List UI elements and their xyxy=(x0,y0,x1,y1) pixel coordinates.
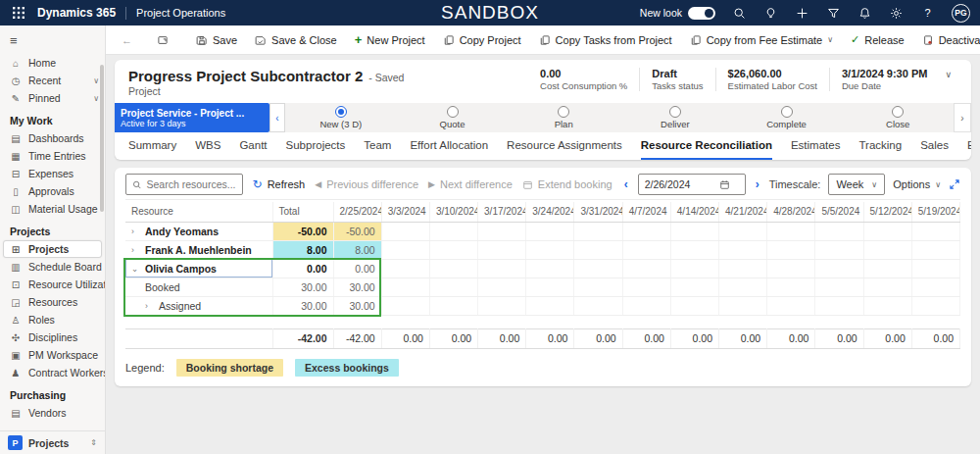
tab-effort-allocation[interactable]: Effort Allocation xyxy=(410,139,488,160)
grid-cell[interactable] xyxy=(815,277,863,296)
tab-sales[interactable]: Sales xyxy=(920,139,949,160)
expand-form-button[interactable] xyxy=(150,31,175,49)
sidebar-item-resources[interactable]: ◲Resources xyxy=(0,293,105,311)
grid-cell[interactable] xyxy=(670,259,718,277)
grid-cell[interactable] xyxy=(381,277,429,296)
grid-cell[interactable] xyxy=(574,277,622,296)
bpf-collapse-chevron-icon[interactable]: ‹ xyxy=(270,103,285,132)
chevron-down-icon[interactable]: ∨ xyxy=(93,76,99,85)
grid-cell[interactable] xyxy=(622,222,670,240)
week-cell[interactable]: 0.00 xyxy=(333,259,381,277)
column-header-week[interactable]: 4/21/2024 xyxy=(719,202,767,222)
grid-cell[interactable] xyxy=(574,259,622,277)
grid-cell[interactable] xyxy=(526,296,574,315)
grid-cell[interactable] xyxy=(863,277,911,296)
sidebar-item-recent[interactable]: ◷Recent∨ xyxy=(0,72,105,89)
grid-cell[interactable] xyxy=(815,296,863,315)
grid-cell[interactable] xyxy=(574,240,622,259)
new-look-toggle[interactable] xyxy=(688,7,715,20)
sidebar-item-expenses[interactable]: ⊟Expenses xyxy=(0,165,105,182)
grid-cell[interactable] xyxy=(911,259,959,277)
tab-wbs[interactable]: WBS xyxy=(195,139,220,160)
week-cell[interactable]: 30.00 xyxy=(333,296,381,315)
expand-chevron-icon[interactable]: › xyxy=(131,227,140,236)
total-cell[interactable]: -50.00 xyxy=(272,222,333,240)
column-header-week[interactable]: 4/28/2024 xyxy=(767,202,815,222)
app-title[interactable]: Dynamics 365 xyxy=(37,6,116,20)
sidebar-item-pm-workspace[interactable]: ▣PM Workspace xyxy=(0,346,105,364)
grid-cell[interactable] xyxy=(478,277,526,296)
bpf-stage-close[interactable]: Close xyxy=(842,106,954,129)
sidebar-item-vendors[interactable]: ▤Vendors xyxy=(0,404,105,422)
previous-difference-button[interactable]: ◀Previous difference xyxy=(315,178,418,190)
previous-period-chevron-icon[interactable]: ‹ xyxy=(622,177,630,191)
notifications-bell-icon[interactable] xyxy=(858,6,872,21)
column-header-week[interactable]: 4/14/2024 xyxy=(670,202,718,222)
grid-cell[interactable] xyxy=(815,240,863,259)
sidebar-item-approvals[interactable]: ▯Approvals xyxy=(0,182,105,200)
sidebar-item-contract-workers[interactable]: ♟Contract Workers xyxy=(0,364,105,381)
new-project-button[interactable]: +New Project xyxy=(348,29,432,50)
next-difference-button[interactable]: ▶Next difference xyxy=(428,178,513,190)
grid-cell[interactable] xyxy=(911,222,959,240)
filter-icon[interactable] xyxy=(826,6,841,21)
grid-cell[interactable] xyxy=(574,222,622,240)
bpf-stage-quote[interactable]: Quote xyxy=(397,106,509,129)
grid-cell[interactable] xyxy=(429,259,477,277)
total-cell[interactable]: 30.00 xyxy=(272,277,333,296)
tab-team[interactable]: Team xyxy=(364,139,391,160)
help-icon[interactable]: ? xyxy=(920,6,935,21)
grid-cell[interactable] xyxy=(767,222,815,240)
extend-booking-button[interactable]: Extend booking xyxy=(522,178,612,190)
grid-cell[interactable] xyxy=(767,240,815,259)
grid-cell[interactable] xyxy=(478,222,526,240)
tab-estimates[interactable]: Estimates xyxy=(791,139,841,160)
total-cell[interactable]: 8.00 xyxy=(272,240,333,259)
week-cell[interactable]: 8.00 xyxy=(333,240,381,259)
copy-tasks-from-project-button[interactable]: Copy Tasks from Project xyxy=(532,31,679,49)
grid-cell[interactable] xyxy=(719,222,767,240)
table-row-olivia-campos[interactable]: ⌄Olivia Campos 0.00 0.00 xyxy=(125,259,960,277)
tab-summary[interactable]: Summary xyxy=(128,139,176,160)
area-switcher-updown-icon[interactable]: ⇕ xyxy=(90,438,97,447)
grid-cell[interactable] xyxy=(429,277,477,296)
grid-cell[interactable] xyxy=(767,296,815,315)
sidebar-hamburger-icon[interactable]: ≡ xyxy=(0,29,105,54)
waffle-menu-icon[interactable] xyxy=(10,4,27,22)
table-row-assigned[interactable]: ›Assigned 30.00 30.00 xyxy=(125,296,960,315)
search-icon[interactable] xyxy=(732,6,747,21)
grid-cell[interactable] xyxy=(719,296,767,315)
sidebar-item-projects[interactable]: ⊞Projects xyxy=(3,240,102,258)
expand-chevron-icon[interactable]: › xyxy=(131,245,140,255)
column-header-resource[interactable]: Resource xyxy=(125,202,272,222)
copy-from-fee-estimate-button[interactable]: Copy from Fee Estimate∨ xyxy=(683,31,840,49)
grid-cell[interactable] xyxy=(719,240,767,259)
grid-cell[interactable] xyxy=(863,296,911,315)
sidebar-item-resource-utilization[interactable]: ⊡Resource Utilization xyxy=(0,276,105,293)
grid-cell[interactable] xyxy=(526,277,574,296)
sidebar-scrollbar[interactable] xyxy=(100,65,104,212)
bpf-stage-new[interactable]: New (3 D) xyxy=(285,106,397,129)
tab-subprojects[interactable]: Subprojects xyxy=(286,139,346,160)
total-cell[interactable]: 30.00 xyxy=(272,296,333,315)
grid-cell[interactable] xyxy=(381,222,429,240)
next-period-chevron-icon[interactable]: › xyxy=(754,177,761,191)
options-button[interactable]: Options∨ xyxy=(893,178,941,190)
bpf-stage-complete[interactable]: Complete xyxy=(731,106,843,129)
column-header-week[interactable]: 3/17/2024 xyxy=(478,202,526,222)
date-picker[interactable] xyxy=(638,174,746,195)
grid-cell[interactable] xyxy=(526,259,574,277)
refresh-button[interactable]: ↻Refresh xyxy=(253,177,306,191)
grid-cell[interactable] xyxy=(381,296,429,315)
app-area-name[interactable]: Project Operations xyxy=(136,7,225,19)
grid-cell[interactable] xyxy=(670,222,718,240)
timescale-select[interactable]: Week∨ xyxy=(828,174,885,195)
column-header-week[interactable]: 4/7/2024 xyxy=(622,202,670,222)
column-header-week[interactable]: 3/3/2024 xyxy=(381,202,429,222)
grid-cell[interactable] xyxy=(574,296,622,315)
sidebar-item-time-entries[interactable]: ▦Time Entries xyxy=(0,147,105,165)
save-and-close-button[interactable]: Save & Close xyxy=(248,31,344,49)
bpf-next-chevron-icon[interactable]: › xyxy=(954,103,971,132)
grid-cell[interactable] xyxy=(622,296,670,315)
total-cell[interactable]: 0.00 xyxy=(272,259,333,277)
